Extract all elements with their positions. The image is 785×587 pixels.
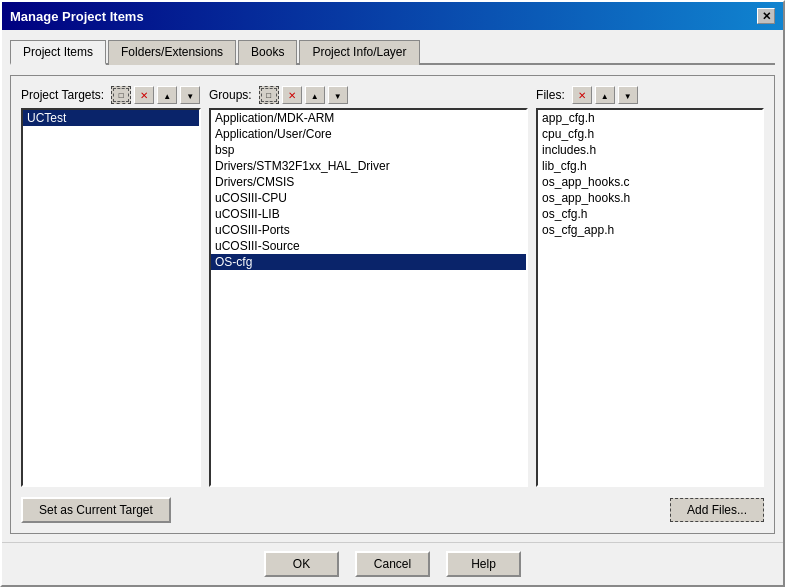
delete-target-button[interactable] — [134, 86, 154, 104]
tabs-container: Project Items Folders/Extensions Books P… — [10, 38, 775, 65]
arrow-down-icon — [186, 90, 194, 101]
group-list-item[interactable]: Drivers/STM32F1xx_HAL_Driver — [211, 158, 526, 174]
new-group-button[interactable]: □ — [259, 86, 279, 104]
groups-header: Groups: □ — [209, 86, 528, 104]
file-list-item[interactable]: os_app_hooks.c — [538, 174, 762, 190]
main-panel-bottom: Set as Current Target Add Files... — [21, 497, 764, 523]
close-button[interactable]: ✕ — [757, 8, 775, 24]
dialog-body: Project Items Folders/Extensions Books P… — [2, 30, 783, 542]
delete-icon — [140, 90, 148, 101]
dialog-footer: OK Cancel Help — [2, 542, 783, 585]
title-bar: Manage Project Items ✕ — [2, 2, 783, 30]
new-target-button[interactable]: □ — [111, 86, 131, 104]
project-targets-label: Project Targets: — [21, 88, 104, 102]
project-targets-header: Project Targets: □ — [21, 86, 201, 104]
group-list-item[interactable]: Application/MDK-ARM — [211, 110, 526, 126]
help-button[interactable]: Help — [446, 551, 521, 577]
move-down-group-button[interactable] — [328, 86, 348, 104]
arrow-down-group-icon — [334, 90, 342, 101]
files-label: Files: — [536, 88, 565, 102]
add-files-button[interactable]: Add Files... — [670, 498, 764, 522]
files-column: Files: app_cfg.hcpu_cfg.hincludes.hlib_c… — [536, 86, 764, 487]
file-list-item[interactable]: cpu_cfg.h — [538, 126, 762, 142]
groups-listbox[interactable]: Application/MDK-ARMApplication/User/Core… — [209, 108, 528, 487]
group-list-item[interactable]: uCOSIII-CPU — [211, 190, 526, 206]
set-current-target-button[interactable]: Set as Current Target — [21, 497, 171, 523]
file-list-item[interactable]: os_cfg.h — [538, 206, 762, 222]
group-list-item[interactable]: OS-cfg — [211, 254, 526, 270]
file-list-item[interactable]: includes.h — [538, 142, 762, 158]
arrow-up-icon — [163, 90, 171, 101]
groups-label: Groups: — [209, 88, 252, 102]
file-list-item[interactable]: os_app_hooks.h — [538, 190, 762, 206]
group-list-item[interactable]: uCOSIII-Source — [211, 238, 526, 254]
tab-project-items[interactable]: Project Items — [10, 40, 106, 65]
tab-folders-extensions[interactable]: Folders/Extensions — [108, 40, 236, 65]
ok-button[interactable]: OK — [264, 551, 339, 577]
file-list-item[interactable]: lib_cfg.h — [538, 158, 762, 174]
group-list-item[interactable]: Application/User/Core — [211, 126, 526, 142]
arrow-up-file-icon — [601, 90, 609, 101]
target-list-item[interactable]: UCTest — [23, 110, 199, 126]
move-down-file-button[interactable] — [618, 86, 638, 104]
arrow-up-group-icon — [311, 90, 319, 101]
new-icon: □ — [113, 88, 129, 102]
new-group-icon: □ — [261, 88, 277, 102]
move-up-target-button[interactable] — [157, 86, 177, 104]
cancel-button[interactable]: Cancel — [355, 551, 430, 577]
file-list-item[interactable]: app_cfg.h — [538, 110, 762, 126]
tab-books[interactable]: Books — [238, 40, 297, 65]
add-files-area: Add Files... — [670, 498, 764, 522]
file-list-item[interactable]: os_cfg_app.h — [538, 222, 762, 238]
group-list-item[interactable]: bsp — [211, 142, 526, 158]
delete-file-button[interactable] — [572, 86, 592, 104]
project-targets-column: Project Targets: □ — [21, 86, 201, 487]
move-up-file-button[interactable] — [595, 86, 615, 104]
delete-file-icon — [578, 90, 586, 101]
group-list-item[interactable]: Drivers/CMSIS — [211, 174, 526, 190]
files-listbox[interactable]: app_cfg.hcpu_cfg.hincludes.hlib_cfg.hos_… — [536, 108, 764, 487]
manage-project-items-dialog: Manage Project Items ✕ Project Items Fol… — [0, 0, 785, 587]
files-header: Files: — [536, 86, 764, 104]
arrow-down-file-icon — [624, 90, 632, 101]
group-list-item[interactable]: uCOSIII-Ports — [211, 222, 526, 238]
dialog-title: Manage Project Items — [10, 9, 144, 24]
group-list-item[interactable]: uCOSIII-LIB — [211, 206, 526, 222]
main-panel: Project Targets: □ — [10, 75, 775, 534]
move-up-group-button[interactable] — [305, 86, 325, 104]
project-targets-listbox[interactable]: UCTest — [21, 108, 201, 487]
tab-project-info-layer[interactable]: Project Info/Layer — [299, 40, 419, 65]
columns-container: Project Targets: □ — [21, 86, 764, 487]
delete-group-icon — [288, 90, 296, 101]
delete-group-button[interactable] — [282, 86, 302, 104]
move-down-target-button[interactable] — [180, 86, 200, 104]
groups-column: Groups: □ — [209, 86, 528, 487]
